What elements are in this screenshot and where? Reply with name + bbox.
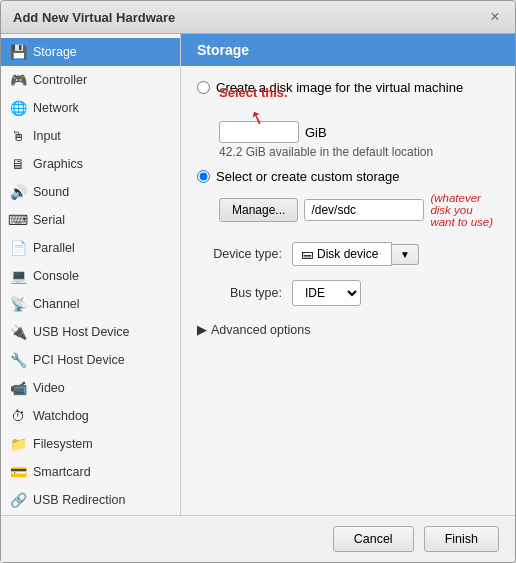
radio-custom-storage-label: Select or create custom storage bbox=[216, 169, 400, 184]
sidebar-item-console[interactable]: 💻Console bbox=[1, 262, 180, 290]
add-virtual-hardware-dialog: Add New Virtual Hardware × 💾Storage🎮Cont… bbox=[0, 0, 516, 563]
cancel-button[interactable]: Cancel bbox=[333, 526, 414, 552]
sidebar-item-label-graphics: Graphics bbox=[33, 157, 83, 171]
serial-icon: ⌨ bbox=[9, 211, 27, 229]
device-type-select: 🖴 Disk device ▼ bbox=[292, 242, 419, 266]
sidebar-item-label-controller: Controller bbox=[33, 73, 87, 87]
sidebar-item-label-filesystem: Filesystem bbox=[33, 437, 93, 451]
dialog-footer: Cancel Finish bbox=[1, 515, 515, 562]
sidebar-item-label-usb-redirection: USB Redirection bbox=[33, 493, 125, 507]
custom-storage-section: Manage... (whatever disk you want to use… bbox=[219, 192, 499, 228]
size-input-row: Select this. ➘ GiB bbox=[219, 103, 499, 143]
chevron-right-icon: ▶ bbox=[197, 322, 207, 337]
sidebar-item-label-video: Video bbox=[33, 381, 65, 395]
device-type-dropdown-arrow[interactable]: ▼ bbox=[392, 244, 419, 265]
sidebar: 💾Storage🎮Controller🌐Network🖱Input🖥Graphi… bbox=[1, 34, 181, 515]
sidebar-item-label-network: Network bbox=[33, 101, 79, 115]
dialog-title: Add New Virtual Hardware bbox=[13, 10, 175, 25]
content-header: Storage bbox=[181, 34, 515, 66]
radio-disk-image[interactable] bbox=[197, 81, 210, 94]
pci-host-device-icon: 🔧 bbox=[9, 351, 27, 369]
device-type-label: Device type: bbox=[197, 247, 282, 261]
sidebar-item-watchdog[interactable]: ⏱Watchdog bbox=[1, 402, 180, 430]
sidebar-item-label-usb-host-device: USB Host Device bbox=[33, 325, 130, 339]
sidebar-item-input[interactable]: 🖱Input bbox=[1, 122, 180, 150]
filesystem-icon: 📁 bbox=[9, 435, 27, 453]
sidebar-item-pci-host-device[interactable]: 🔧PCI Host Device bbox=[1, 346, 180, 374]
sidebar-item-network[interactable]: 🌐Network bbox=[1, 94, 180, 122]
sidebar-item-label-storage: Storage bbox=[33, 45, 77, 59]
sidebar-item-graphics[interactable]: 🖥Graphics bbox=[1, 150, 180, 178]
main-content: Storage Create a disk image for the virt… bbox=[181, 34, 515, 515]
bus-type-label: Bus type: bbox=[197, 286, 282, 300]
sidebar-item-storage[interactable]: 💾Storage bbox=[1, 38, 180, 66]
available-text: 42.2 GiB available in the default locati… bbox=[219, 145, 499, 159]
size-unit-label: GiB bbox=[305, 125, 327, 140]
advanced-options-label: Advanced options bbox=[211, 323, 310, 337]
sidebar-item-label-serial: Serial bbox=[33, 213, 65, 227]
usb-host-device-icon: 🔌 bbox=[9, 323, 27, 341]
network-icon: 🌐 bbox=[9, 99, 27, 117]
select-this-annotation: Select this. bbox=[219, 85, 288, 100]
device-type-row: Device type: 🖴 Disk device ▼ bbox=[197, 242, 499, 266]
sidebar-item-label-channel: Channel bbox=[33, 297, 80, 311]
sound-icon: 🔊 bbox=[9, 183, 27, 201]
path-input[interactable] bbox=[304, 199, 424, 221]
watchdog-icon: ⏱ bbox=[9, 407, 27, 425]
radio-custom-storage[interactable] bbox=[197, 170, 210, 183]
storage-icon: 💾 bbox=[9, 43, 27, 61]
console-icon: 💻 bbox=[9, 267, 27, 285]
video-icon: 📹 bbox=[9, 379, 27, 397]
sidebar-item-label-console: Console bbox=[33, 269, 79, 283]
sidebar-item-label-input: Input bbox=[33, 129, 61, 143]
sidebar-item-serial[interactable]: ⌨Serial bbox=[1, 206, 180, 234]
content-body: Create a disk image for the virtual mach… bbox=[181, 66, 515, 515]
device-type-value: Disk device bbox=[317, 247, 378, 261]
radio-custom-storage-option: Select or create custom storage bbox=[197, 169, 499, 184]
finish-button[interactable]: Finish bbox=[424, 526, 499, 552]
manage-button[interactable]: Manage... bbox=[219, 198, 298, 222]
sidebar-item-channel[interactable]: 📡Channel bbox=[1, 290, 180, 318]
sidebar-item-label-watchdog: Watchdog bbox=[33, 409, 89, 423]
device-type-select-box[interactable]: 🖴 Disk device bbox=[292, 242, 392, 266]
bus-type-row: Bus type: IDE SATA VirtIO SCSI bbox=[197, 280, 499, 306]
sidebar-item-controller[interactable]: 🎮Controller bbox=[1, 66, 180, 94]
dialog-body: 💾Storage🎮Controller🌐Network🖱Input🖥Graphi… bbox=[1, 34, 515, 515]
sidebar-item-video[interactable]: 📹Video bbox=[1, 374, 180, 402]
advanced-options[interactable]: ▶ Advanced options bbox=[197, 322, 499, 337]
sidebar-item-usb-redirection[interactable]: 🔗USB Redirection bbox=[1, 486, 180, 514]
channel-icon: 📡 bbox=[9, 295, 27, 313]
title-bar: Add New Virtual Hardware × bbox=[1, 1, 515, 34]
sidebar-item-filesystem[interactable]: 📁Filesystem bbox=[1, 430, 180, 458]
disk-icon: 🖴 bbox=[301, 247, 313, 261]
input-icon: 🖱 bbox=[9, 127, 27, 145]
usb-redirection-icon: 🔗 bbox=[9, 491, 27, 509]
graphics-icon: 🖥 bbox=[9, 155, 27, 173]
sidebar-item-label-parallel: Parallel bbox=[33, 241, 75, 255]
manage-row: Manage... (whatever disk you want to use… bbox=[219, 192, 499, 228]
sidebar-item-label-pci-host-device: PCI Host Device bbox=[33, 353, 125, 367]
parallel-icon: 📄 bbox=[9, 239, 27, 257]
sidebar-item-sound[interactable]: 🔊Sound bbox=[1, 178, 180, 206]
bus-type-select: IDE SATA VirtIO SCSI bbox=[292, 280, 361, 306]
sidebar-item-usb-host-device[interactable]: 🔌USB Host Device bbox=[1, 318, 180, 346]
disk-image-section: Select this. ➘ GiB 42.2 GiB available in… bbox=[219, 103, 499, 159]
sidebar-item-label-sound: Sound bbox=[33, 185, 69, 199]
close-button[interactable]: × bbox=[487, 9, 503, 25]
sidebar-item-parallel[interactable]: 📄Parallel bbox=[1, 234, 180, 262]
smartcard-icon: 💳 bbox=[9, 463, 27, 481]
sidebar-item-smartcard[interactable]: 💳Smartcard bbox=[1, 458, 180, 486]
bus-type-dropdown[interactable]: IDE SATA VirtIO SCSI bbox=[292, 280, 361, 306]
controller-icon: 🎮 bbox=[9, 71, 27, 89]
annotation-text: (whatever disk you want to use) bbox=[430, 192, 499, 228]
sidebar-item-label-smartcard: Smartcard bbox=[33, 465, 91, 479]
